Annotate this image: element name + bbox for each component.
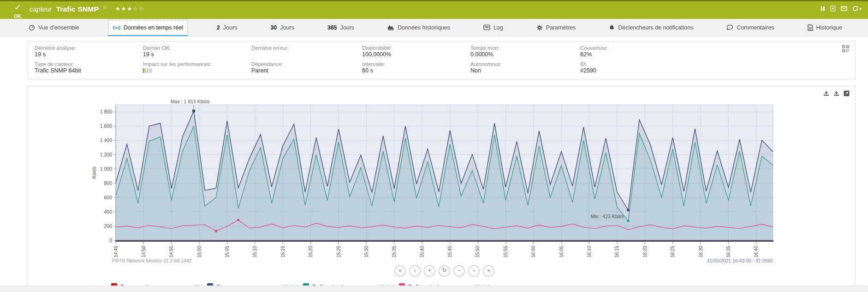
star-icon[interactable]: ☆: [133, 6, 139, 12]
info-field: Dernière erreur:: [251, 45, 362, 59]
graph-last-button[interactable]: »: [483, 265, 494, 277]
info-field: ID:#2590: [580, 61, 855, 75]
info-field: Intervalle:60 s: [362, 61, 470, 75]
x-tick-label: 15:30: [364, 246, 369, 257]
download-button[interactable]: [833, 90, 839, 98]
area-chart-icon: [387, 24, 394, 30]
tab-2-jours[interactable]: 2Jours: [212, 19, 242, 36]
open-report-button[interactable]: [844, 90, 850, 98]
x-tick-label: 16:20: [642, 246, 648, 257]
pause-button[interactable]: [820, 6, 825, 12]
tab-label: Vue d'ensemble: [38, 24, 79, 31]
tab-label: Données en temps réel: [124, 24, 183, 31]
info-field-value: 62%: [580, 51, 855, 59]
tab-365-jours[interactable]: 365Jours: [323, 19, 359, 36]
tab-bar: Vue d'ensembleDonnées en temps réel2Jour…: [0, 19, 868, 36]
sensor-kind-label: capteur: [30, 6, 52, 13]
star-icon[interactable]: ★: [127, 6, 133, 12]
tab-historique[interactable]: Historique: [803, 19, 847, 36]
info-field-value: 60 s: [362, 67, 470, 75]
tab-30-jours[interactable]: 30Jours: [266, 19, 298, 36]
y-tick-label: 200: [104, 223, 112, 229]
graph-first-button[interactable]: «: [394, 265, 406, 277]
graph-reload-button[interactable]: ↻: [439, 265, 450, 277]
info-field-label: Dernière erreur:: [251, 45, 362, 51]
star-icon[interactable]: ☆: [139, 6, 145, 12]
info-field-label: Intervalle:: [362, 61, 470, 67]
email-icon: [841, 6, 847, 11]
tab-vue-densemble[interactable]: Vue d'ensemble: [24, 19, 84, 36]
sensor-title-group: capteur Trafic SNMP ⚐ ★★★☆☆: [30, 5, 145, 13]
min-annotation: Min : 423 Kbit/s: [591, 214, 624, 219]
live-graph-panel: 02004006008001 0001 2001 4001 6001 80014…: [27, 86, 856, 292]
info-field-value: #2590: [580, 67, 855, 75]
star-icon[interactable]: ★: [115, 6, 121, 12]
tab-label: Historique: [816, 24, 842, 31]
x-tick-label: 16:15: [614, 246, 619, 257]
refresh-icon: [852, 6, 858, 12]
graph-forward-button[interactable]: ›: [468, 265, 480, 277]
info-field-value: 19 s: [35, 51, 143, 59]
info-field-label: Type de capteur:: [35, 61, 143, 67]
graph-zoom-out-button[interactable]: −: [453, 265, 465, 277]
tab-parametres[interactable]: Paramètres: [532, 19, 581, 36]
star-icon[interactable]: ★: [121, 6, 127, 12]
y-tick-label: 600: [104, 195, 112, 200]
tab-label: Paramètres: [546, 24, 576, 31]
tab-log[interactable]: Log: [479, 19, 508, 36]
report-button[interactable]: [830, 6, 836, 12]
y-axis-label: Kbit/s: [91, 167, 97, 179]
graph-zoom-in-button[interactable]: +: [424, 265, 435, 277]
info-field-label: Temps mort:: [470, 45, 580, 51]
bottom-strip: [0, 286, 868, 292]
refresh-button[interactable]: ▾: [852, 6, 862, 12]
info-field-value: 19 s: [143, 51, 251, 59]
header-actions: ▾: [820, 6, 862, 12]
tab-donnees-historiques[interactable]: Données historiques: [383, 19, 455, 36]
x-tick-label: 15:50: [475, 246, 480, 257]
sensor-header: ✓ OK capteur Trafic SNMP ⚐ ★★★☆☆ ▾: [0, 0, 868, 19]
x-tick-label: 15:40: [420, 246, 425, 257]
tab-commentaires[interactable]: Commentaires: [722, 19, 779, 36]
x-tick-label: 15:05: [225, 246, 230, 257]
info-field: Impact sur les performances:: [143, 61, 251, 75]
min-marker: [627, 209, 630, 212]
qr-code-icon[interactable]: [842, 45, 849, 54]
email-button[interactable]: [841, 6, 847, 11]
x-tick-label: 16:10: [587, 246, 592, 257]
info-field: Disponibilité:100,0000%: [362, 45, 470, 59]
download-button[interactable]: [823, 90, 829, 98]
chevron-down-icon: ▾: [859, 6, 862, 11]
info-field: Dernière analyse:19 s: [35, 45, 143, 59]
x-tick-label: 14:50: [141, 246, 146, 257]
info-field-value: [251, 51, 362, 58]
tab-donnees-en-temps-reel[interactable]: Données en temps réel: [108, 20, 188, 36]
info-field: Type de capteur:Trafic SNMP 64bit: [35, 61, 143, 75]
x-tick-label: 16:30: [698, 246, 703, 257]
info-field-value: Trafic SNMP 64bit: [35, 67, 143, 75]
y-tick-label: 1 400: [100, 137, 112, 143]
performance-impact-bars: [143, 68, 152, 73]
x-tick-label: 15:45: [447, 246, 452, 257]
tab-declencheurs-de-notifications[interactable]: Déclencheurs de notifications: [604, 19, 698, 36]
x-tick-label: 15:20: [308, 246, 313, 257]
x-tick-label: 15:35: [392, 246, 397, 257]
graph-nav-buttons: «‹+↻−›»: [116, 265, 773, 277]
x-tick-label: 15:10: [252, 246, 257, 257]
live-graph: 02004006008001 0001 2001 4001 6001 80014…: [27, 98, 856, 262]
flag-icon[interactable]: ⚐: [103, 5, 107, 11]
tab-number: 365: [327, 24, 337, 31]
info-field-label: ID:: [580, 61, 855, 67]
x-tick-label: 15:25: [336, 246, 341, 257]
tab-label: Jours: [340, 24, 355, 31]
sensor-status: ✓ OK: [7, 4, 28, 19]
tab-label: Jours: [223, 24, 238, 31]
x-tick-label: 16:05: [559, 246, 564, 257]
tab-label: Log: [493, 24, 503, 31]
check-icon: ✓: [7, 4, 28, 12]
tab-number: 30: [270, 24, 277, 31]
priority-stars[interactable]: ★★★☆☆: [115, 6, 145, 12]
graph-back-button[interactable]: ‹: [409, 265, 421, 277]
info-field-label: Dépendance:: [251, 61, 362, 67]
max-marker: [192, 109, 195, 112]
